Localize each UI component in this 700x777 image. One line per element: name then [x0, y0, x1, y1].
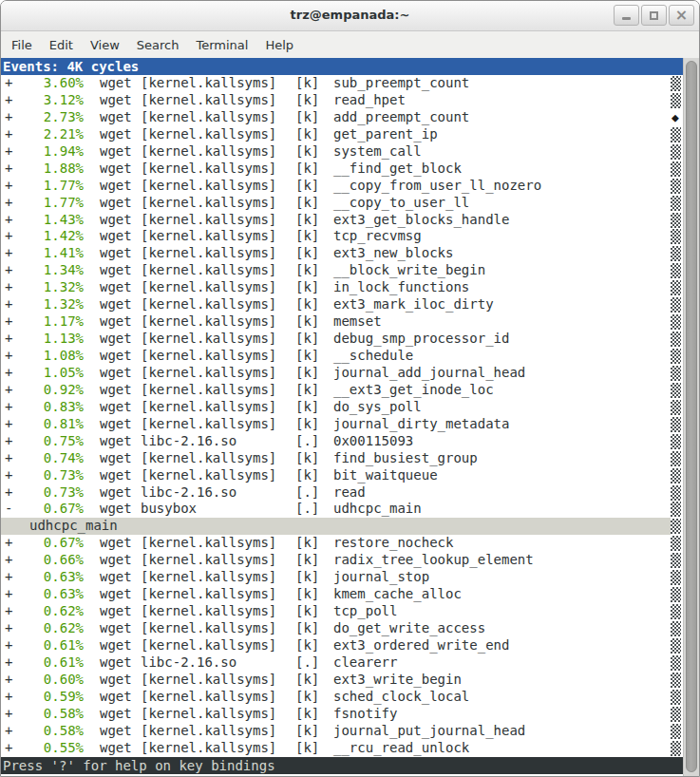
table-row[interactable]: + 0.73% wget [kernel.kallsyms] [k] bit_w…	[1, 467, 671, 484]
symbol-name: ext3_get_blocks_handle	[333, 212, 671, 229]
table-row[interactable]: + 2.21% wget [kernel.kallsyms] [k] get_p…	[1, 126, 671, 143]
shared-object: [kernel.kallsyms]	[141, 296, 295, 313]
table-row[interactable]: + 0.83% wget [kernel.kallsyms] [k] do_sy…	[1, 399, 671, 416]
table-row[interactable]: + 0.67% wget [kernel.kallsyms] [k] resto…	[1, 535, 671, 552]
table-row[interactable]: + 3.60% wget [kernel.kallsyms] [k] sub_p…	[1, 75, 671, 92]
terminal-screen[interactable]: Events: 4K cycles + 3.60% wget [kernel.k…	[1, 58, 699, 777]
shared-object: [kernel.kallsyms]	[141, 382, 295, 399]
command: wget	[100, 296, 141, 313]
table-row[interactable]: + 0.75% wget libc-2.16.so [.] 0x00115093	[1, 433, 671, 450]
window-titlebar[interactable]: trz@empanada:~ ×	[1, 1, 699, 31]
column-gap	[84, 433, 100, 450]
overhead-percent: 1.08%	[16, 348, 84, 365]
shared-object: [kernel.kallsyms]	[141, 143, 295, 161]
table-row[interactable]: + 0.63% wget [kernel.kallsyms] [k] kmem_…	[1, 586, 671, 603]
expand-marker: +	[1, 279, 16, 296]
scroll-shade-block	[671, 280, 681, 295]
scroll-shade-block	[671, 621, 681, 636]
overhead-percent: 0.58%	[16, 706, 84, 723]
table-row[interactable]: + 1.17% wget [kernel.kallsyms] [k] memse…	[1, 313, 671, 331]
table-row[interactable]: + 1.13% wget [kernel.kallsyms] [k] debug…	[1, 331, 671, 348]
overhead-percent: 1.32%	[16, 279, 84, 296]
shared-object: [kernel.kallsyms]	[141, 586, 295, 603]
privilege-level: [k]	[295, 279, 333, 296]
table-row[interactable]: + 0.74% wget [kernel.kallsyms] [k] find_…	[1, 450, 671, 467]
scrollbar-thumb[interactable]	[686, 61, 697, 772]
table-row[interactable]: + 0.66% wget [kernel.kallsyms] [k] radix…	[1, 552, 671, 569]
table-row[interactable]: + 3.12% wget [kernel.kallsyms] [k] read_…	[1, 92, 671, 109]
table-row[interactable]: + 1.43% wget [kernel.kallsyms] [k] ext3_…	[1, 212, 671, 229]
table-row[interactable]: + 1.77% wget [kernel.kallsyms] [k] __cop…	[1, 178, 671, 195]
table-row[interactable]: + 0.61% wget [kernel.kallsyms] [k] ext3_…	[1, 637, 671, 654]
table-row[interactable]: + 2.73% wget [kernel.kallsyms] [k] add_p…	[1, 109, 671, 126]
expand-marker: +	[1, 433, 16, 450]
expand-marker: +	[1, 313, 16, 331]
table-row[interactable]: + 0.63% wget [kernel.kallsyms] [k] journ…	[1, 569, 671, 586]
privilege-level: [.]	[295, 501, 333, 518]
menu-file[interactable]: File	[3, 33, 41, 57]
expand-marker: +	[1, 92, 16, 109]
menu-view[interactable]: View	[82, 33, 128, 57]
column-gap	[84, 212, 100, 229]
command: wget	[100, 75, 141, 92]
table-row[interactable]: + 0.81% wget [kernel.kallsyms] [k] journ…	[1, 416, 671, 433]
column-gap	[84, 331, 100, 348]
table-row[interactable]: + 1.05% wget [kernel.kallsyms] [k] journ…	[1, 365, 671, 382]
menu-bar: File Edit View Search Terminal Help	[1, 31, 699, 58]
table-row[interactable]: + 1.77% wget [kernel.kallsyms] [k] __cop…	[1, 195, 671, 212]
table-row[interactable]: - 0.67% wget busybox [.] udhcpc_main	[1, 501, 671, 518]
column-gap	[84, 262, 100, 279]
symbol-name: __rcu_read_unlock	[333, 740, 671, 757]
menu-search[interactable]: Search	[128, 33, 188, 57]
shared-object: [kernel.kallsyms]	[141, 228, 295, 245]
command: wget	[100, 195, 141, 212]
menu-help[interactable]: Help	[256, 33, 302, 57]
table-row[interactable]: + 1.42% wget [kernel.kallsyms] [k] tcp_r…	[1, 228, 671, 245]
table-row[interactable]: + 1.08% wget [kernel.kallsyms] [k] __sch…	[1, 348, 671, 365]
minimize-button[interactable]	[614, 5, 639, 26]
table-row[interactable]: + 1.41% wget [kernel.kallsyms] [k] ext3_…	[1, 245, 671, 262]
menu-edit[interactable]: Edit	[41, 33, 82, 57]
table-row[interactable]: + 0.59% wget [kernel.kallsyms] [k] sched…	[1, 689, 671, 706]
overhead-percent: 0.75%	[16, 433, 84, 450]
menu-terminal[interactable]: Terminal	[187, 33, 256, 57]
expand-marker: +	[1, 535, 16, 552]
table-row[interactable]: + 0.55% wget [kernel.kallsyms] [k] __rcu…	[1, 740, 671, 757]
scrollbar[interactable]	[683, 58, 699, 777]
table-row[interactable]: + 0.73% wget libc-2.16.so [.] read	[1, 484, 671, 502]
symbol-name: clearerr	[333, 654, 671, 672]
window-controls: ×	[614, 5, 694, 26]
privilege-level: [.]	[295, 484, 333, 502]
table-row[interactable]: + 1.34% wget [kernel.kallsyms] [k] __blo…	[1, 262, 671, 279]
symbol-name: ext3_new_blocks	[333, 245, 671, 262]
column-gap	[84, 126, 100, 143]
table-row[interactable]: + 0.58% wget [kernel.kallsyms] [k] fsnot…	[1, 706, 671, 723]
command: wget	[100, 313, 141, 331]
table-row[interactable]: + 0.58% wget [kernel.kallsyms] [k] journ…	[1, 723, 671, 740]
close-button[interactable]: ×	[669, 5, 694, 26]
table-row[interactable]: + 0.61% wget libc-2.16.so [.] clearerr	[1, 654, 671, 672]
maximize-button[interactable]	[641, 5, 667, 26]
symbol-name: do_get_write_access	[333, 620, 671, 637]
table-row[interactable]: + 1.32% wget [kernel.kallsyms] [k] ext3_…	[1, 296, 671, 313]
privilege-level: [k]	[295, 143, 333, 161]
symbol-name: in_lock_functions	[333, 279, 671, 296]
privilege-level: [k]	[295, 262, 333, 279]
shared-object: [kernel.kallsyms]	[141, 195, 295, 212]
table-row[interactable]: + 0.62% wget [kernel.kallsyms] [k] tcp_p…	[1, 603, 671, 620]
callchain-row[interactable]: udhcpc_main	[1, 518, 671, 535]
maximize-icon	[650, 11, 658, 20]
scroll-shade-block	[671, 741, 681, 756]
table-row[interactable]: + 0.92% wget [kernel.kallsyms] [k] __ext…	[1, 382, 671, 399]
overhead-percent: 0.61%	[16, 637, 84, 654]
table-row[interactable]: + 0.62% wget [kernel.kallsyms] [k] do_ge…	[1, 620, 671, 637]
table-row[interactable]: + 1.88% wget [kernel.kallsyms] [k] __fin…	[1, 161, 671, 178]
overhead-percent: 0.67%	[16, 501, 84, 518]
table-row[interactable]: + 1.94% wget [kernel.kallsyms] [k] syste…	[1, 143, 671, 161]
table-row[interactable]: + 0.60% wget [kernel.kallsyms] [k] ext3_…	[1, 672, 671, 689]
scroll-shade-block	[671, 502, 681, 517]
shared-object: [kernel.kallsyms]	[141, 689, 295, 706]
privilege-level: [k]	[295, 450, 333, 467]
privilege-level: [k]	[295, 689, 333, 706]
table-row[interactable]: + 1.32% wget [kernel.kallsyms] [k] in_lo…	[1, 279, 671, 296]
